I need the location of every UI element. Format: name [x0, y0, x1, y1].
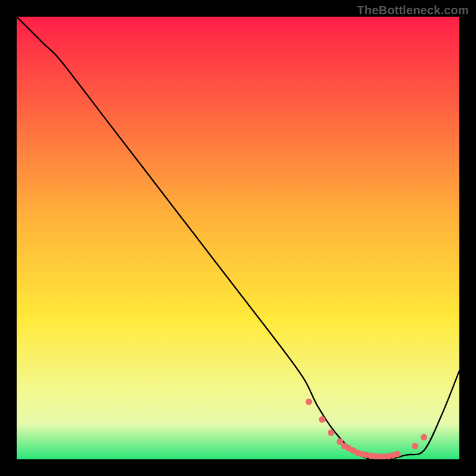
chart-stage: TheBottleneck.com: [0, 0, 476, 476]
marker-dot: [421, 434, 427, 440]
gradient-background: [17, 17, 459, 459]
marker-dot: [306, 399, 312, 405]
watermark-text: TheBottleneck.com: [357, 4, 469, 17]
marker-dot: [328, 430, 334, 436]
marker-dot: [394, 451, 400, 458]
plot-area: [17, 17, 459, 459]
plot-svg: [17, 17, 459, 459]
marker-dot: [319, 416, 325, 423]
marker-dot: [412, 443, 418, 449]
